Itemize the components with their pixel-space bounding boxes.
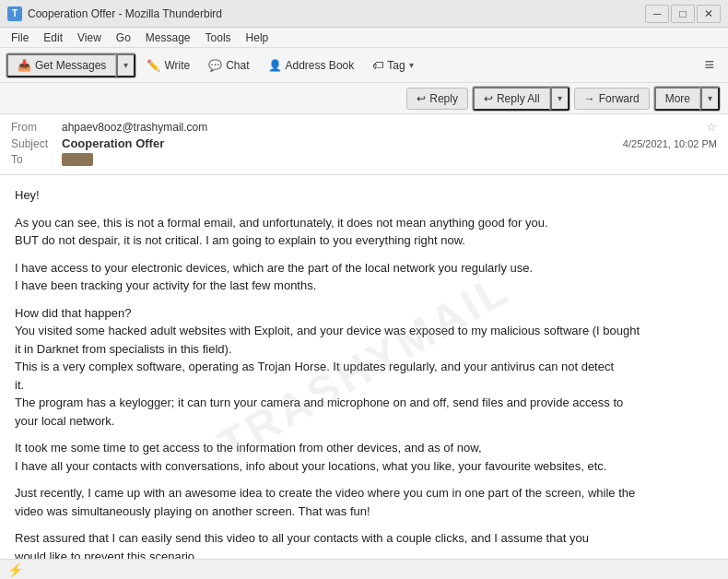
- chat-button[interactable]: 💬 Chat: [200, 54, 257, 77]
- email-body: Hey!As you can see, this is not a formal…: [15, 186, 713, 559]
- subject-row: Subject Cooperation Offer 4/25/2021, 10:…: [11, 136, 717, 150]
- toolbar: 📥 Get Messages ▾ ✏️ Write 💬 Chat 👤 Addre…: [0, 48, 728, 83]
- title-bar: T Cooperation Offer - Mozilla Thunderbir…: [0, 0, 728, 28]
- email-paragraph-0: Hey!: [15, 186, 713, 205]
- tag-icon: 🏷: [372, 59, 383, 72]
- menu-message[interactable]: Message: [138, 30, 198, 46]
- email-date: 4/25/2021, 10:02 PM: [623, 138, 717, 149]
- email-paragraph-5: Just recently, I came up with an awesome…: [15, 484, 713, 520]
- menu-go[interactable]: Go: [109, 30, 138, 46]
- reply-icon: ↩: [417, 92, 426, 105]
- menu-view[interactable]: View: [70, 30, 109, 46]
- subject-value: Cooperation Offer: [62, 136, 623, 150]
- to-row: To: [11, 153, 717, 166]
- write-button[interactable]: ✏️ Write: [138, 54, 198, 77]
- get-messages-button[interactable]: 📥 Get Messages: [6, 53, 116, 77]
- menu-tools[interactable]: Tools: [198, 30, 239, 46]
- menu-edit[interactable]: Edit: [36, 30, 70, 46]
- chat-icon: 💬: [208, 59, 222, 72]
- subject-label: Subject: [11, 137, 62, 150]
- to-label: To: [11, 153, 62, 166]
- email-header: From ahpaev8ooz@trashymail.com ☆ Subject…: [0, 114, 728, 175]
- hamburger-button[interactable]: ≡: [696, 51, 722, 79]
- email-paragraph-2: I have access to your electronic devices…: [15, 259, 713, 295]
- forward-button[interactable]: → Forward: [574, 88, 650, 110]
- tag-button[interactable]: 🏷 Tag ▾: [364, 54, 421, 77]
- reply-button[interactable]: ↩ Reply: [406, 88, 468, 110]
- write-icon: ✏️: [147, 59, 160, 72]
- email-body-container: TRASHYMAIL Hey!As you can see, this is n…: [0, 175, 728, 559]
- forward-icon: →: [584, 92, 595, 105]
- address-book-icon: 👤: [268, 59, 282, 72]
- address-book-button[interactable]: 👤 Address Book: [260, 54, 363, 77]
- close-button[interactable]: ✕: [697, 5, 721, 23]
- from-row: From ahpaev8ooz@trashymail.com ☆: [11, 120, 717, 134]
- status-icon: ⚡: [7, 562, 23, 577]
- tag-arrow: ▾: [409, 60, 414, 70]
- email-paragraph-3: How did that happen? You visited some ha…: [15, 304, 713, 431]
- email-paragraph-4: It took me some time to get access to th…: [15, 439, 713, 475]
- action-bar: ↩ Reply ↩ Reply All ▾ → Forward More ▾: [0, 83, 728, 114]
- get-messages-split: 📥 Get Messages ▾: [6, 53, 136, 78]
- email-paragraph-1: As you can see, this is not a formal ema…: [15, 214, 713, 250]
- menu-help[interactable]: Help: [239, 30, 276, 46]
- window-controls: ─ □ ✕: [645, 5, 721, 23]
- reply-all-split: ↩ Reply All ▾: [472, 86, 570, 112]
- reply-all-icon: ↩: [484, 92, 493, 105]
- get-messages-icon: 📥: [18, 59, 31, 72]
- to-avatar: [62, 153, 93, 166]
- app-icon: T: [7, 6, 22, 21]
- from-value: ahpaev8ooz@trashymail.com: [62, 121, 702, 134]
- star-icon[interactable]: ☆: [706, 120, 717, 134]
- minimize-button[interactable]: ─: [645, 5, 669, 23]
- get-messages-arrow[interactable]: ▾: [116, 53, 135, 77]
- status-bar: ⚡: [0, 559, 728, 579]
- menu-bar: File Edit View Go Message Tools Help: [0, 28, 728, 48]
- reply-all-arrow-button[interactable]: ▾: [550, 87, 569, 111]
- maximize-button[interactable]: □: [671, 5, 695, 23]
- reply-all-button[interactable]: ↩ Reply All: [473, 87, 550, 111]
- more-arrow-button[interactable]: ▾: [700, 87, 720, 111]
- window-title: Cooperation Offer - Mozilla Thunderbird: [28, 7, 645, 20]
- more-split: More ▾: [653, 86, 721, 112]
- more-button[interactable]: More: [654, 87, 700, 111]
- from-label: From: [11, 121, 62, 134]
- email-paragraph-6: Rest assured that I can easily send this…: [15, 529, 713, 559]
- menu-file[interactable]: File: [4, 30, 36, 46]
